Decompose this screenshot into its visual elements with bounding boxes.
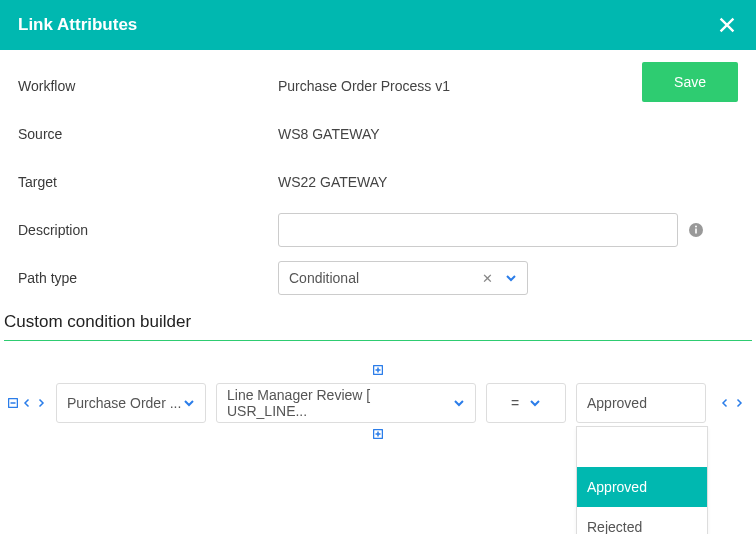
condition-entity-select[interactable]: Purchase Order ...: [56, 383, 206, 423]
condition-value: Approved: [587, 395, 695, 411]
pathtype-value: Conditional: [289, 270, 359, 286]
row-right-controls: [720, 395, 744, 411]
chevron-down-icon: [183, 397, 195, 409]
nav-next-right[interactable]: [734, 395, 744, 411]
condition-field-value: Line Manager Review [ USR_LINE...: [227, 387, 453, 419]
pathtype-select[interactable]: Conditional ✕: [278, 261, 528, 295]
source-label: Source: [18, 126, 278, 142]
condition-field-select[interactable]: Line Manager Review [ USR_LINE...: [216, 383, 476, 423]
dropdown-option-approved[interactable]: Approved: [577, 467, 707, 507]
collapse-toggle[interactable]: [8, 395, 18, 411]
dialog-header: Link Attributes: [0, 0, 756, 50]
add-row-above[interactable]: [8, 365, 748, 377]
workflow-label: Workflow: [18, 78, 278, 94]
save-button[interactable]: Save: [642, 62, 738, 102]
nav-prev[interactable]: [22, 395, 32, 411]
condition-value-select[interactable]: Approved Approved Rejected: [576, 383, 706, 423]
target-value: WS22 GATEWAY: [278, 174, 387, 190]
form-area: Save Workflow Purchase Order Process v1 …: [0, 50, 756, 306]
svg-rect-1: [695, 229, 697, 234]
dialog-title: Link Attributes: [18, 15, 137, 35]
close-button[interactable]: [716, 14, 738, 36]
row-pathtype: Path type Conditional ✕: [18, 254, 738, 302]
close-icon: [716, 14, 738, 36]
condition-operator-value: =: [511, 395, 519, 411]
source-value: WS8 GATEWAY: [278, 126, 380, 142]
dropdown-option-rejected[interactable]: Rejected: [577, 507, 707, 534]
target-label: Target: [18, 174, 278, 190]
description-label: Description: [18, 222, 278, 238]
pathtype-clear-icon[interactable]: ✕: [482, 271, 493, 286]
plus-icon: [373, 429, 383, 439]
chevron-down-icon: [529, 397, 541, 409]
nav-prev-right[interactable]: [720, 395, 730, 411]
chevron-down-icon: [505, 272, 517, 284]
workflow-value: Purchase Order Process v1: [278, 78, 450, 94]
info-icon: [688, 222, 704, 238]
chevron-down-icon: [453, 397, 465, 409]
pathtype-label: Path type: [18, 270, 278, 286]
condition-row: Purchase Order ... Line Manager Review […: [8, 383, 748, 423]
condition-entity-value: Purchase Order ...: [67, 395, 181, 411]
pathtype-controls: ✕: [482, 271, 517, 286]
condition-operator-select[interactable]: =: [486, 383, 566, 423]
row-left-controls: [8, 395, 46, 411]
value-dropdown-menu: Approved Rejected: [576, 426, 708, 534]
row-target: Target WS22 GATEWAY: [18, 158, 738, 206]
row-description: Description: [18, 206, 738, 254]
dropdown-option-blank[interactable]: [577, 427, 707, 467]
condition-builder: Purchase Order ... Line Manager Review […: [0, 341, 756, 441]
svg-point-2: [695, 226, 697, 228]
plus-icon: [373, 365, 383, 375]
nav-next[interactable]: [36, 395, 46, 411]
row-source: Source WS8 GATEWAY: [18, 110, 738, 158]
description-field-wrap: [278, 213, 704, 247]
row-workflow: Workflow Purchase Order Process v1: [18, 62, 738, 110]
description-input[interactable]: [278, 213, 678, 247]
builder-title: Custom condition builder: [0, 306, 756, 340]
